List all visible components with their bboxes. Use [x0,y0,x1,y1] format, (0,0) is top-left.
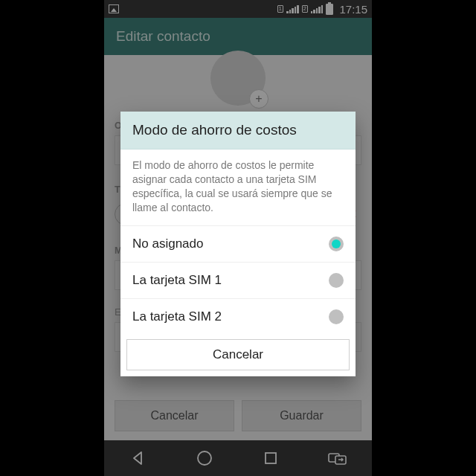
dialog-cancel-button[interactable]: Cancelar [126,339,350,370]
phone-frame: 1 2 17:15 Editar contacto + ORGANIZACIÓN… [104,0,372,476]
option-label: La tarjeta SIM 2 [132,309,222,324]
radio-icon [329,237,344,251]
option-label: La tarjeta SIM 1 [132,273,222,288]
radio-icon [329,273,344,288]
dialog-cancel-label: Cancelar [213,347,263,362]
cost-saving-dialog: Modo de ahorro de costos El modo de ahor… [120,112,356,376]
option-sim-1[interactable]: La tarjeta SIM 1 [120,262,356,298]
option-sim-2[interactable]: La tarjeta SIM 2 [120,298,356,335]
dialog-title: Modo de ahorro de costos [120,112,356,149]
dialog-description: El modo de ahorro de costos le permite a… [120,149,356,225]
radio-icon [329,309,344,324]
option-label: No asignado [132,237,203,251]
option-not-assigned[interactable]: No asignado [120,225,356,262]
